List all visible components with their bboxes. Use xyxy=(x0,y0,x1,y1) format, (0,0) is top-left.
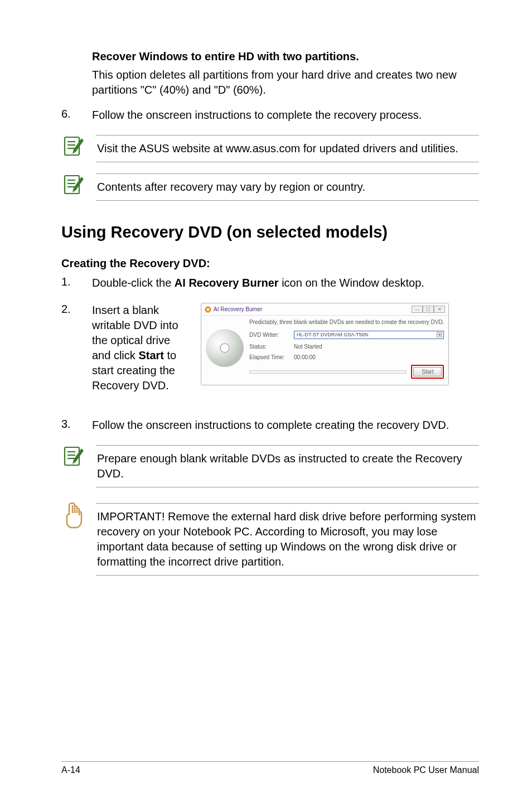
progress-bar xyxy=(249,370,407,374)
step-1-pre: Double-click the xyxy=(92,277,175,289)
writer-select[interactable]: HL-DT-ST DVDRAM GSA-T50N ▾ xyxy=(294,331,444,339)
note-2-text: Contents after recovery may vary by regi… xyxy=(96,173,479,201)
app-icon xyxy=(205,306,211,313)
writer-label: DVD Writer: xyxy=(249,332,294,338)
dropdown-arrow-icon: ▾ xyxy=(437,332,442,337)
status-value: Not Started xyxy=(294,344,322,350)
svg-point-9 xyxy=(207,308,209,311)
start-button[interactable]: Start xyxy=(413,367,442,376)
step-2-bold: Start xyxy=(138,349,164,361)
important-icon xyxy=(61,503,86,528)
note-icon xyxy=(61,135,86,160)
step-1-text: Double-click the AI Recovery Burner icon… xyxy=(92,276,479,291)
step-number-1: 1. xyxy=(61,276,92,291)
recover-title: Recover Windows to entire HD with two pa… xyxy=(92,50,479,63)
elapsed-label: Elapsed Time: xyxy=(249,354,294,360)
window-title: AI Recovery Burner xyxy=(205,306,262,313)
important-text: IMPORTANT! Remove the external hard disk… xyxy=(96,503,479,576)
section-heading: Using Recovery DVD (on selected models) xyxy=(61,223,479,241)
window-title-text: AI Recovery Burner xyxy=(214,306,262,312)
elapsed-value: 00:00:00 xyxy=(294,354,316,360)
step-1-bold: AI Recovery Burner xyxy=(175,277,279,289)
maximize-button[interactable]: ▢ xyxy=(423,306,434,313)
start-button-highlight: Start xyxy=(411,365,444,379)
sub-heading: Creating the Recovery DVD: xyxy=(61,257,479,270)
step-number-2: 2. xyxy=(61,303,92,405)
writer-value: HL-DT-ST DVDRAM GSA-T50N xyxy=(297,332,368,337)
step-6-text: Follow the onscreen instructions to comp… xyxy=(92,108,479,123)
footer-title: Notebook PC User Manual xyxy=(373,765,479,775)
recover-desc: This option deletes all partitions from … xyxy=(92,67,479,98)
note-1-text: Visit the ASUS website at www.asus.com f… xyxy=(96,135,479,162)
note-3-text: Prepare enough blank writable DVDs as in… xyxy=(96,445,479,487)
minimize-button[interactable]: — xyxy=(412,306,423,313)
page-number: A-14 xyxy=(61,765,80,775)
step-3-text: Follow the onscreen instructions to comp… xyxy=(92,418,479,433)
step-2-text: Insert a blank writable DVD into the opt… xyxy=(92,303,190,393)
burner-message: Predictably, three blank writable DVDs a… xyxy=(249,319,444,325)
note-icon xyxy=(61,173,86,198)
window-controls: — ▢ ✕ xyxy=(412,306,445,313)
disc-icon xyxy=(206,329,244,367)
close-button[interactable]: ✕ xyxy=(434,306,445,313)
recovery-burner-window: AI Recovery Burner — ▢ ✕ Predictably, th… xyxy=(201,303,449,385)
step-number-6: 6. xyxy=(61,108,92,123)
status-label: Status: xyxy=(249,344,294,350)
note-icon xyxy=(61,445,86,470)
step-number-3: 3. xyxy=(61,418,92,433)
page-footer: A-14 Notebook PC User Manual xyxy=(61,761,479,775)
step-1-post: icon on the Window desktop. xyxy=(279,277,424,289)
